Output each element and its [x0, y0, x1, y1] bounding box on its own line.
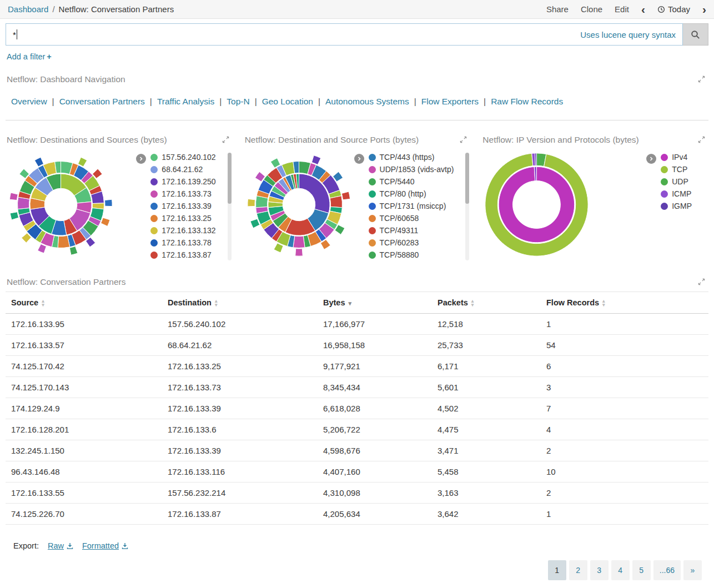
search-button[interactable] — [683, 23, 708, 46]
dashboard-nav-links: Overview|Conversation Partners|Traffic A… — [6, 89, 708, 108]
dashboard-nav-link[interactable]: Top-N — [227, 97, 249, 106]
column-header-bytes[interactable]: Bytes▾ — [318, 292, 432, 314]
legend-item[interactable]: 172.16.139.250 — [150, 177, 215, 186]
expand-panel-icon[interactable] — [697, 135, 706, 146]
sunburst-segment[interactable] — [535, 153, 537, 165]
time-next-button[interactable]: › — [702, 3, 706, 15]
scrollbar-thumb[interactable] — [228, 153, 232, 204]
expand-panel-icon[interactable] — [221, 135, 230, 146]
sunburst-segment[interactable] — [38, 244, 47, 253]
legend-item[interactable]: 68.64.21.62 — [150, 165, 215, 174]
legend-collapse-icon[interactable] — [354, 154, 364, 164]
legend-color-dot — [150, 215, 158, 222]
legend-item[interactable]: IGMP — [661, 202, 692, 210]
expand-panel-icon[interactable] — [697, 277, 706, 288]
sunburst-segment[interactable] — [10, 212, 18, 220]
legend-item[interactable]: 157.56.240.102 — [150, 153, 215, 162]
dashboard-nav-link[interactable]: Autonomous Systems — [325, 97, 409, 106]
sunburst-segment[interactable] — [293, 236, 305, 248]
table-cell: 74.125.170.42 — [6, 356, 162, 377]
table-cell: 74.125.226.70 — [6, 504, 162, 525]
pagination-page-5[interactable]: 5 — [632, 560, 651, 580]
chart-body: TCP/443 (https)UDP/1853 (vids-avtp)TCP/5… — [244, 149, 471, 266]
pagination-page-2[interactable]: 2 — [569, 560, 587, 580]
legend-item[interactable]: 172.16.133.25 — [150, 214, 215, 223]
sunburst-segment[interactable] — [101, 218, 110, 226]
legend-item[interactable]: 172.16.133.39 — [150, 202, 215, 210]
legend-item[interactable]: UDP/1853 (vids-avtp) — [369, 165, 454, 174]
sunburst-segment[interactable] — [311, 155, 320, 165]
dashboard-nav-link[interactable]: Flow Exporters — [421, 97, 479, 106]
legend-item[interactable]: 172.16.133.132 — [150, 226, 215, 235]
add-filter-link[interactable]: Add a filter+ — [7, 52, 52, 61]
column-header-flow-records[interactable]: Flow Records▴▾ — [541, 292, 708, 314]
sunburst-segment[interactable] — [9, 193, 18, 200]
legend-item[interactable]: TCP/1731 (msiccp) — [369, 202, 454, 210]
table-cell: 4 — [541, 419, 708, 440]
lucene-syntax-link[interactable]: Uses lucene query syntax — [580, 30, 676, 39]
legend-item[interactable]: TCP/49311 — [369, 226, 454, 235]
sunburst-chart[interactable] — [7, 150, 115, 259]
dashboard-nav-link[interactable]: Traffic Analysis — [157, 97, 214, 106]
sunburst-segment[interactable] — [69, 247, 78, 255]
expand-panel-icon[interactable] — [697, 74, 706, 86]
search-input[interactable]: * Uses lucene query syntax — [6, 23, 683, 46]
legend-item[interactable]: TCP — [661, 165, 692, 174]
edit-button[interactable]: Edit — [615, 4, 629, 14]
legend-item[interactable]: TCP/80 (http) — [369, 189, 454, 198]
expand-panel-icon[interactable] — [459, 135, 468, 146]
dashboard-nav-link[interactable]: Raw Flow Records — [491, 97, 563, 106]
export-formatted-link[interactable]: Formatted — [82, 541, 128, 550]
legend-item[interactable]: ICMP — [661, 189, 692, 198]
legend-scrollbar[interactable] — [465, 153, 469, 260]
pagination-page-3[interactable]: 3 — [590, 560, 609, 580]
pagination-next-button[interactable]: » — [683, 560, 702, 580]
sunburst-segment[interactable] — [58, 235, 70, 248]
pagination-page-4[interactable]: 4 — [611, 560, 630, 580]
legend-collapse-icon[interactable] — [646, 154, 656, 164]
sunburst-segment[interactable] — [105, 199, 113, 206]
sunburst-segment[interactable] — [330, 196, 342, 208]
pagination-page-66[interactable]: ...66 — [653, 560, 681, 580]
export-raw-link[interactable]: Raw — [48, 541, 73, 550]
legend-label: TCP/80 (http) — [380, 189, 426, 198]
legend-item[interactable]: IPv4 — [661, 153, 692, 162]
download-icon — [122, 542, 128, 549]
timepicker-button[interactable]: Today — [657, 4, 690, 14]
time-prev-button[interactable]: ‹ — [641, 3, 645, 15]
scrollbar-thumb[interactable] — [465, 153, 469, 204]
dashboard-nav-link[interactable]: Conversation Partners — [59, 97, 145, 106]
breadcrumb-dashboard-link[interactable]: Dashboard — [8, 4, 48, 14]
legend-scrollbar[interactable] — [228, 153, 232, 260]
column-header-packets[interactable]: Packets▴▾ — [432, 292, 541, 314]
legend-item[interactable]: TCP/5440 — [369, 177, 454, 186]
legend-collapse-icon[interactable] — [136, 154, 146, 164]
legend-label: TCP/60658 — [380, 214, 419, 223]
legend-item[interactable]: TCP/58880 — [369, 250, 454, 259]
legend-item[interactable]: TCP/60658 — [369, 214, 454, 223]
legend-label: 157.56.240.102 — [162, 153, 215, 162]
legend-item[interactable]: TCP/443 (https) — [369, 153, 454, 162]
table-cell: 1 — [541, 504, 708, 525]
dashboard-nav-link[interactable]: Overview — [11, 97, 47, 106]
table-cell: 68.64.21.62 — [162, 335, 318, 356]
table-cell: 4,407,160 — [318, 461, 432, 483]
column-header-source[interactable]: Source▴▾ — [6, 292, 162, 314]
legend-item[interactable]: 172.16.133.87 — [150, 250, 215, 259]
legend-item[interactable]: UDP — [661, 177, 692, 186]
sunburst-segment[interactable] — [341, 192, 350, 200]
table-cell: 3,471 — [432, 440, 541, 461]
sunburst-chart[interactable] — [245, 150, 353, 259]
legend-item[interactable]: 172.16.133.73 — [150, 189, 215, 198]
dashboard-nav-link[interactable]: Geo Location — [262, 97, 313, 106]
column-label: Packets — [438, 298, 468, 307]
legend-item[interactable]: TCP/60283 — [369, 238, 454, 247]
share-button[interactable]: Share — [546, 4, 569, 14]
sunburst-chart[interactable] — [482, 150, 591, 259]
clone-button[interactable]: Clone — [581, 4, 602, 14]
column-header-destination[interactable]: Destination▴▾ — [162, 292, 318, 314]
legend-item[interactable]: 172.16.133.78 — [150, 238, 215, 247]
sunburst-segment[interactable] — [295, 249, 303, 256]
pagination-page-1[interactable]: 1 — [548, 560, 566, 580]
sunburst-segment[interactable] — [248, 199, 255, 207]
